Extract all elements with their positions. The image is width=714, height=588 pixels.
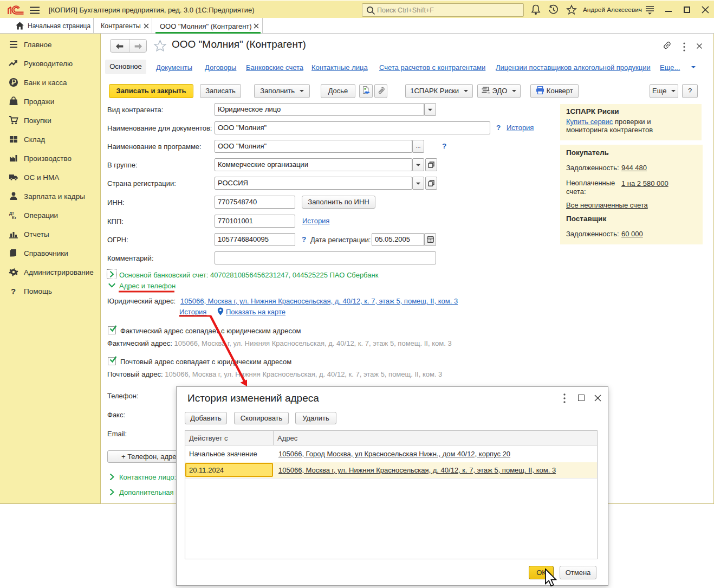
svg-text:Кт: Кт xyxy=(12,215,17,220)
svg-text:?: ? xyxy=(11,287,16,296)
